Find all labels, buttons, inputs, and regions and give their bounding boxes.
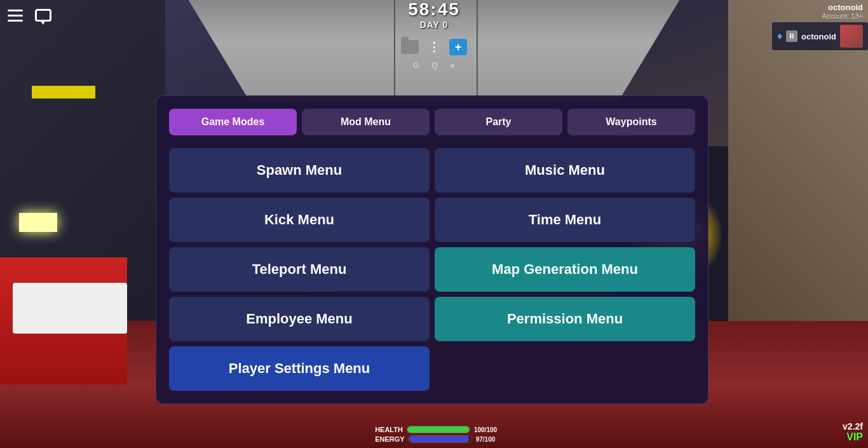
player-settings-menu-button[interactable]: Player Settings Menu <box>169 346 430 391</box>
ceiling-wire1 <box>394 0 395 102</box>
energy-value: 97/100 <box>476 436 496 443</box>
light-box <box>19 213 57 232</box>
teleport-menu-button[interactable]: Teleport Menu <box>169 247 430 292</box>
energy-bar-fill <box>409 436 470 442</box>
energy-bar-row: ENERGY 97/100 <box>373 435 496 443</box>
health-bar-row: HEALTH 100/100 <box>371 426 497 433</box>
health-bar-fill <box>407 426 470 433</box>
bottom-hud: HEALTH 100/100 ENERGY 97/100 <box>371 426 497 443</box>
version-label: v2.2f <box>843 421 863 431</box>
health-label: HEALTH <box>371 426 403 433</box>
spawn-menu-button[interactable]: Spawn Menu <box>169 148 430 193</box>
map-generation-menu-button[interactable]: Map Generation Menu <box>435 247 695 292</box>
tab-party[interactable]: Party <box>435 109 562 135</box>
version-area: v2.2f VIP <box>843 421 863 443</box>
menu-grid: Spawn Menu Music Menu Kick Menu Time Men… <box>169 148 695 391</box>
permission-menu-button[interactable]: Permission Menu <box>435 297 695 341</box>
tab-row: Game Modes Mod Menu Party Waypoints <box>169 109 695 135</box>
yellow-banner <box>32 86 95 98</box>
ceiling-element <box>127 0 741 102</box>
energy-label: ENERGY <box>373 435 405 443</box>
ceiling-wire2 <box>477 0 478 102</box>
bed-white <box>13 283 127 334</box>
tab-game-modes[interactable]: Game Modes <box>169 109 297 135</box>
tab-mod-menu[interactable]: Mod Menu <box>302 109 430 135</box>
music-menu-button[interactable]: Music Menu <box>435 148 695 193</box>
tab-waypoints[interactable]: Waypoints <box>567 109 695 135</box>
time-menu-button[interactable]: Time Menu <box>435 198 695 242</box>
health-bar-bg <box>407 426 470 433</box>
vip-label: VIP <box>843 431 863 443</box>
menu-panel: Game Modes Mod Menu Party Waypoints Spaw… <box>156 95 709 404</box>
health-value: 100/100 <box>474 426 497 433</box>
energy-bar-bg <box>409 435 472 443</box>
kick-menu-button[interactable]: Kick Menu <box>169 198 430 242</box>
employee-menu-button[interactable]: Employee Menu <box>169 297 430 341</box>
